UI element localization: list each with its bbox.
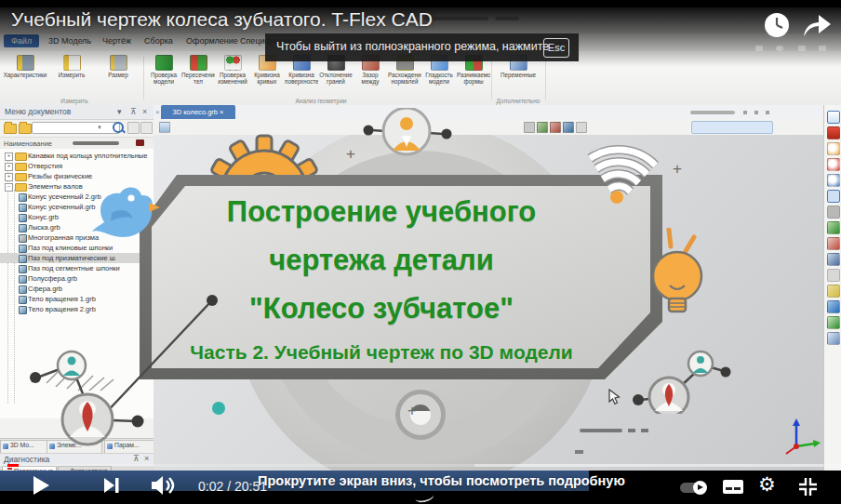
card-line-1: Построение учебного: [149, 188, 614, 236]
document-tabbar: × 3D колесо.grb ×: [154, 105, 823, 120]
ribbon-group-label: Дополнительно: [478, 98, 558, 104]
blurred-status-text: [580, 429, 622, 432]
blurred-controls: [743, 111, 747, 114]
people-network-right: [605, 349, 735, 414]
magnet-icon[interactable]: [827, 126, 840, 139]
grid-icon[interactable]: [827, 111, 840, 124]
tree-item[interactable]: Полусфера.grb: [0, 273, 154, 284]
blurred-controls: [766, 111, 769, 114]
active-tool-icon[interactable]: [827, 190, 840, 203]
close-icon[interactable]: ×: [220, 108, 223, 116]
part-icon: [19, 265, 27, 273]
part-icon: [19, 214, 27, 222]
ribbon-group-label: Анализ геометрии: [270, 98, 372, 104]
blurred-controls: [754, 111, 758, 114]
video-frame: Файл 3D Модель Чертёж Сборка Оформление …: [0, 7, 841, 491]
part-icon: [19, 285, 27, 294]
documents-panel-header: Меню документов ▾ ⊼ ×: [0, 105, 154, 120]
tool-icon[interactable]: [827, 332, 840, 345]
document-tab[interactable]: 3D колесо.grb ×: [161, 105, 235, 119]
tool-icon[interactable]: [827, 253, 840, 266]
part-icon: [19, 296, 27, 304]
close-icon[interactable]: ×: [155, 108, 160, 116]
part-icon: [19, 275, 27, 284]
settings-button[interactable]: ⚙: [758, 474, 776, 494]
part-icon: [19, 255, 27, 263]
folder-icon: [15, 163, 27, 171]
blurred-text: [73, 141, 119, 145]
tool-icon[interactable]: [827, 221, 840, 234]
progress-buffered: [474, 464, 823, 467]
mini-toolbar[interactable]: [691, 121, 773, 134]
view-mode-button[interactable]: [140, 122, 153, 134]
plus-mark: +: [346, 145, 355, 164]
pin-icon[interactable]: ⊼: [130, 107, 137, 116]
part-icon: [19, 204, 27, 212]
tool-icon[interactable]: [537, 122, 548, 133]
blurred-controls: [690, 111, 735, 114]
share-icon[interactable]: [800, 10, 834, 38]
exit-fullscreen-button[interactable]: [798, 477, 818, 497]
blurred-status-text: [628, 429, 635, 432]
autoplay-toggle[interactable]: [680, 483, 706, 493]
chevron-down-icon[interactable]: ▼: [97, 125, 102, 130]
progress-played: [7, 464, 19, 467]
grid-icon[interactable]: [159, 122, 170, 133]
subtitles-button[interactable]: [723, 480, 743, 494]
part-icon: [19, 193, 27, 202]
play-button[interactable]: [33, 476, 49, 495]
expander-icon[interactable]: +: [5, 153, 13, 161]
video-title[interactable]: Учебный чертеж колеса зубчатого. T-Flex …: [11, 8, 433, 31]
tree-item[interactable]: +Канавки под кольца уплотнительные: [0, 151, 154, 161]
blurred-icon: [776, 46, 783, 51]
volume-icon[interactable]: [152, 476, 178, 495]
tool-icon[interactable]: [827, 269, 840, 282]
expander-icon[interactable]: +: [5, 163, 13, 171]
time-display: 0:02 / 20:51: [198, 479, 267, 494]
tool-icon[interactable]: [827, 237, 840, 250]
tool-icon[interactable]: [827, 285, 840, 298]
watch-later-icon[interactable]: [763, 11, 791, 39]
ribbon-group-label: Измерить: [37, 98, 112, 104]
people-network-left: [19, 344, 223, 456]
plus-mark: +: [673, 160, 682, 179]
video-caption: Прокрутите экран вниз, чтобы посмотреть …: [258, 473, 625, 488]
folder-icon: [15, 153, 27, 161]
search-input[interactable]: [32, 122, 120, 134]
mouse-cursor: [608, 389, 621, 405]
next-button[interactable]: [104, 478, 120, 493]
expander-icon[interactable]: +: [5, 173, 13, 181]
plus-mark: +: [407, 402, 417, 420]
prism-icon: [19, 234, 27, 243]
zoom-icon[interactable]: [827, 142, 840, 155]
zoom-out-icon[interactable]: [827, 158, 840, 171]
red-mark: [7, 468, 12, 470]
folder-icon: [15, 173, 27, 181]
tree-item[interactable]: Паз под сегментные шпонки: [0, 263, 154, 273]
teal-dot: [212, 402, 225, 415]
part-icon: [19, 245, 27, 253]
tree-item[interactable]: +Отверстия: [0, 161, 154, 171]
blurred-icon: [136, 139, 144, 146]
open-folder-icon[interactable]: [4, 124, 17, 134]
close-icon[interactable]: ×: [142, 107, 147, 116]
chevron-down-icon[interactable]: ▾: [117, 107, 122, 116]
esc-key: Esc: [543, 38, 569, 58]
expander-icon[interactable]: −: [5, 183, 13, 192]
column-header: Наименование: [0, 137, 154, 150]
tool-icon[interactable]: [524, 122, 535, 133]
tool-icon[interactable]: [827, 316, 840, 329]
fullscreen-hint-text: Чтобы выйти из полноэкранного режима, на…: [276, 40, 549, 53]
tool-icon[interactable]: [827, 206, 840, 219]
part-icon: [19, 306, 27, 314]
tool-icon[interactable]: [827, 300, 840, 313]
blurred-icon: [819, 46, 826, 51]
filter-button[interactable]: [127, 122, 140, 134]
fullscreen-notification: Чтобы выйти из полноэкранного режима, на…: [265, 33, 579, 61]
search-icon[interactable]: [113, 122, 124, 133]
tree-item-selected[interactable]: Паз под призматические ш: [0, 253, 154, 263]
blurred-icon: [798, 46, 806, 51]
zoom-in-icon[interactable]: [827, 174, 840, 187]
folder-options-icon[interactable]: [19, 124, 32, 134]
part-icon: [19, 224, 27, 232]
